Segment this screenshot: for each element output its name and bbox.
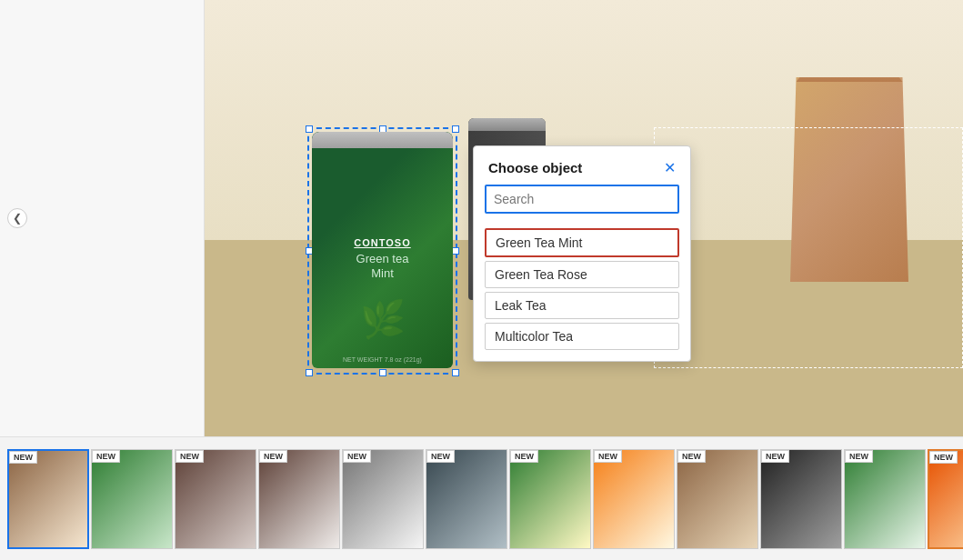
second-can-lid <box>468 118 546 131</box>
main-area: ❮ <box>0 0 963 436</box>
thumbnail-7[interactable]: NEW <box>593 449 675 549</box>
thumb-bg-0 <box>9 451 87 547</box>
thumbnail-5[interactable]: NEW <box>426 449 507 549</box>
new-badge-2: NEW <box>176 450 204 463</box>
thumb-bg-9 <box>761 450 841 548</box>
search-input[interactable] <box>485 185 679 214</box>
can-brand: Contoso <box>354 237 410 248</box>
thumbnail-0[interactable]: NEW <box>7 449 89 549</box>
thumb-bg-4 <box>343 450 423 548</box>
thumbnail-6[interactable]: NEW <box>509 449 591 549</box>
left-arrow-icon: ❮ <box>13 212 22 225</box>
handle-br[interactable] <box>452 369 459 376</box>
new-badge-10: NEW <box>845 450 873 463</box>
thumb-bg-7 <box>594 450 674 548</box>
handle-tr[interactable] <box>452 125 459 133</box>
thumbnail-10[interactable]: NEW <box>844 449 926 549</box>
left-panel <box>0 0 205 436</box>
can-leaves-decoration: 🌿 <box>360 298 406 341</box>
dialog-item-0[interactable]: Green Tea Mint <box>485 228 679 257</box>
dialog-close-button[interactable]: ✕ <box>659 157 679 177</box>
dialog-item-list: Green Tea MintGreen Tea RoseLeak TeaMult… <box>474 221 690 361</box>
new-badge-6: NEW <box>510 450 538 463</box>
handle-bl[interactable] <box>306 369 313 376</box>
can-weight: NET WEIGHT 7.8 oz (221g) <box>343 356 422 363</box>
bag-top <box>797 55 903 82</box>
new-badge-8: NEW <box>677 450 706 463</box>
new-badge-4: NEW <box>343 450 371 463</box>
thumbnail-3[interactable]: NEW <box>258 449 340 549</box>
new-badge-0: NEW <box>9 451 37 464</box>
thumb-bg-10 <box>845 450 925 548</box>
bag-body <box>790 55 908 282</box>
thumb-bg-1 <box>92 450 172 548</box>
handle-mr[interactable] <box>452 247 459 255</box>
new-badge-9: NEW <box>761 450 789 463</box>
thumb-bg-5 <box>426 450 507 548</box>
can-product: Green teaMint <box>356 252 409 280</box>
dialog-item-3[interactable]: Multicolor Tea <box>485 323 679 350</box>
new-badge-11: NEW <box>929 451 958 464</box>
thumbnail-8[interactable]: NEW <box>677 449 758 549</box>
thumbnail-1[interactable]: NEW <box>91 449 173 549</box>
green-tea-can[interactable]: Contoso Green teaMint 🌿 NET WEIGHT 7.8 o… <box>312 132 453 368</box>
scene-background: Contoso Green teaMint 🌿 NET WEIGHT 7.8 o… <box>205 0 963 436</box>
can-lid <box>312 132 453 148</box>
thumbnail-2[interactable]: NEW <box>175 449 256 549</box>
thumb-bg-11 <box>929 451 963 547</box>
thumb-bg-6 <box>510 450 590 548</box>
dialog-item-2[interactable]: Leak Tea <box>485 292 679 319</box>
can-body: Contoso Green teaMint 🌿 NET WEIGHT 7.8 o… <box>312 132 453 368</box>
new-badge-1: NEW <box>92 450 120 463</box>
thumbnail-strip: NEWNEWNEWNEWNEWNEWNEWNEWNEWNEWNEWNEW <box>0 436 963 560</box>
new-badge-7: NEW <box>594 450 622 463</box>
thumbnail-11[interactable]: NEW <box>928 449 963 549</box>
thumbnail-9[interactable]: NEW <box>760 449 842 549</box>
thumb-bg-2 <box>176 450 256 548</box>
dialog-title: Choose object <box>488 160 582 175</box>
paper-bag <box>790 55 908 282</box>
dialog-item-1[interactable]: Green Tea Rose <box>485 261 679 288</box>
dialog-header: Choose object ✕ <box>474 146 690 185</box>
new-badge-3: NEW <box>259 450 287 463</box>
scene-area: Contoso Green teaMint 🌿 NET WEIGHT 7.8 o… <box>205 0 963 436</box>
dialog-search-wrap <box>474 185 690 221</box>
nav-arrow-left[interactable]: ❮ <box>7 208 27 228</box>
thumbnail-4[interactable]: NEW <box>342 449 424 549</box>
thumb-bg-3 <box>259 450 339 548</box>
choose-object-dialog: Choose object ✕ Green Tea MintGreen Tea … <box>473 145 691 362</box>
thumb-bg-8 <box>677 450 757 548</box>
handle-bm[interactable] <box>379 369 386 376</box>
new-badge-5: NEW <box>426 450 455 463</box>
